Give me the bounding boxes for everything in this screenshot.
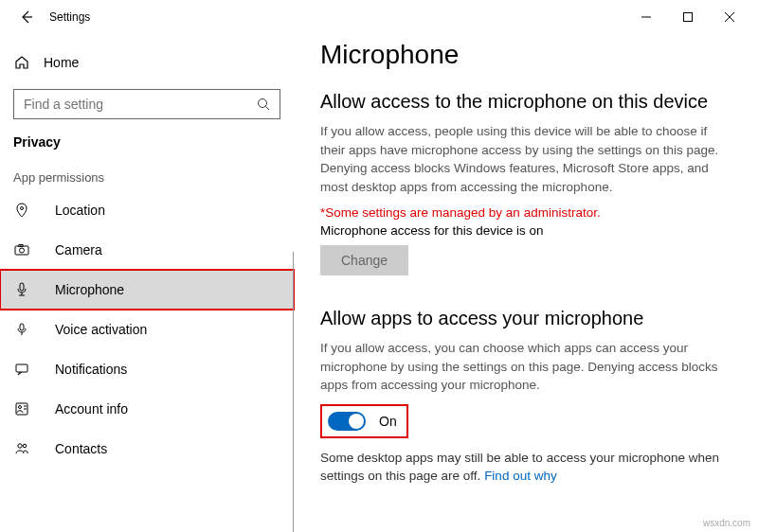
sidebar-item-label: Account info [55, 401, 128, 417]
section-desc-device-access: If you allow access, people using this d… [320, 122, 728, 196]
close-button[interactable] [709, 3, 750, 31]
device-access-status: Microphone access for this device is on [320, 223, 731, 238]
sidebar-item-voice-activation[interactable]: Voice activation [0, 310, 294, 349]
sidebar-category-label: Privacy [0, 131, 294, 153]
svg-point-4 [259, 99, 267, 108]
toggle-state-label: On [379, 414, 397, 429]
sidebar-divider [293, 252, 294, 532]
find-out-why-link[interactable]: Find out why [484, 469, 557, 483]
svg-line-5 [266, 107, 270, 111]
sidebar-group-label: App permissions [0, 153, 294, 190]
microphone-icon [13, 282, 30, 297]
section-heading-apps-access: Allow apps to access your microphone [320, 308, 731, 329]
search-icon [257, 98, 270, 111]
voice-icon [13, 322, 30, 337]
svg-point-17 [19, 406, 22, 409]
camera-icon [13, 242, 30, 257]
admin-warning: *Some settings are managed by an adminis… [320, 205, 731, 220]
notifications-icon [13, 362, 30, 377]
back-button[interactable] [15, 6, 38, 28]
sidebar-item-label: Contacts [55, 441, 107, 456]
search-input[interactable] [24, 97, 257, 112]
svg-point-20 [18, 444, 22, 448]
minimize-button[interactable] [625, 3, 667, 31]
section-heading-device-access: Allow access to the microphone on this d… [320, 91, 731, 113]
section-desc-apps-access: If you allow access, you can choose whic… [320, 339, 728, 395]
maximize-button[interactable] [667, 3, 709, 31]
apps-access-toggle[interactable] [328, 412, 366, 431]
search-input-wrap[interactable] [13, 89, 280, 119]
svg-rect-1 [684, 13, 693, 22]
footnote: Some desktop apps may still be able to a… [320, 450, 728, 486]
home-icon [13, 55, 30, 70]
svg-rect-10 [20, 283, 24, 291]
svg-point-21 [23, 444, 27, 448]
page-title: Microphone [320, 40, 731, 70]
sidebar-item-label: Microphone [55, 282, 124, 297]
svg-rect-7 [15, 246, 28, 255]
sidebar-item-notifications[interactable]: Notifications [0, 349, 294, 389]
sidebar-item-label: Location [55, 203, 105, 218]
sidebar-item-camera[interactable]: Camera [0, 230, 294, 270]
svg-rect-15 [16, 364, 27, 372]
svg-rect-13 [20, 324, 24, 330]
sidebar-item-label: Voice activation [55, 322, 147, 337]
change-button[interactable]: Change [320, 245, 408, 275]
sidebar-item-label: Camera [55, 242, 102, 257]
svg-point-8 [20, 248, 25, 253]
watermark: wsxdn.com [703, 518, 750, 528]
location-icon [13, 203, 30, 218]
sidebar-item-label: Notifications [55, 362, 127, 377]
sidebar-item-account-info[interactable]: Account info [0, 389, 294, 429]
svg-point-6 [21, 207, 24, 210]
toggle-knob [349, 414, 364, 429]
sidebar-item-label: Home [44, 55, 79, 70]
sidebar-item-location[interactable]: Location [0, 190, 294, 230]
sidebar-item-microphone[interactable]: Microphone [0, 270, 294, 310]
apps-access-toggle-wrap: On [320, 404, 408, 438]
window-title: Settings [49, 10, 90, 24]
contacts-icon [13, 441, 30, 456]
account-icon [13, 401, 30, 417]
sidebar-item-home[interactable]: Home [0, 45, 294, 80]
sidebar-item-contacts[interactable]: Contacts [0, 429, 294, 469]
